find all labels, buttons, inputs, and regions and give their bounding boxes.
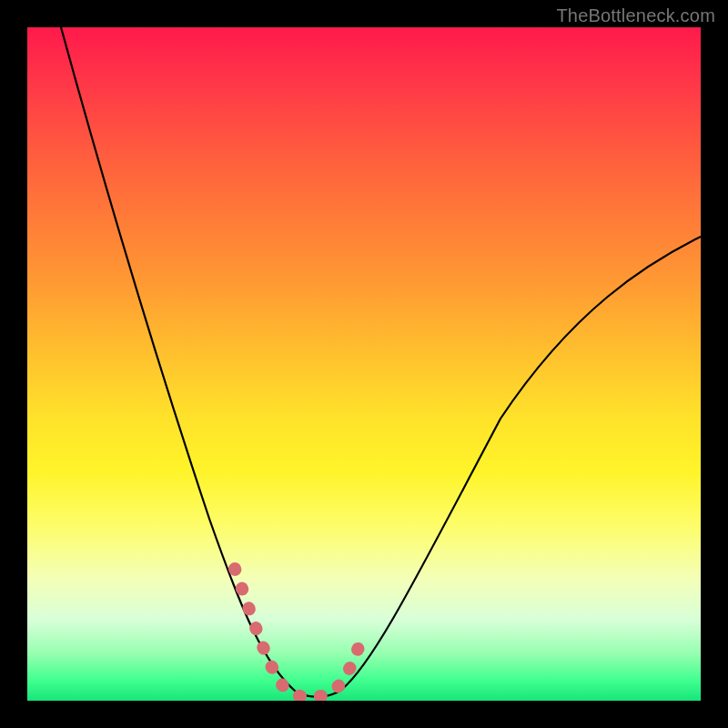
bottleneck-curve xyxy=(61,27,701,697)
watermark-text: TheBottleneck.com xyxy=(556,5,715,26)
optimal-range-marker xyxy=(235,569,364,697)
gradient-plot-area xyxy=(27,27,701,701)
plot-svg xyxy=(27,27,701,701)
